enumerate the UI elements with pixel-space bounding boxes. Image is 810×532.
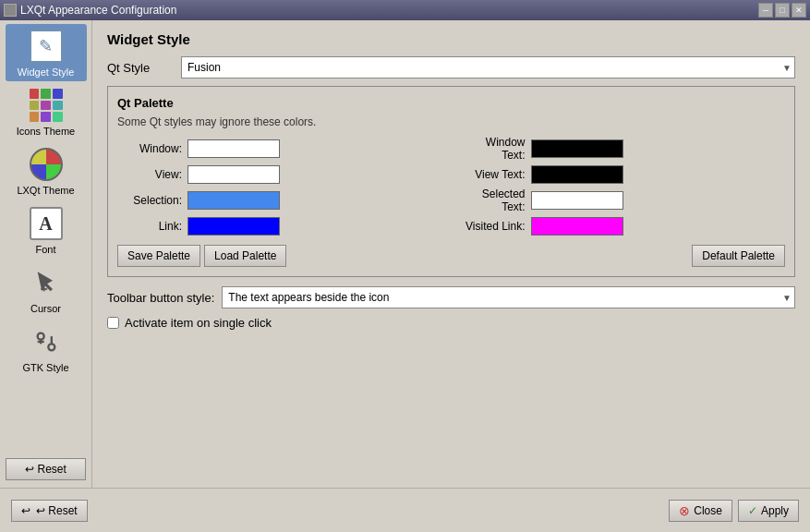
palette-selection-swatch[interactable] bbox=[187, 191, 280, 210]
palette-row-view-text: View Text: bbox=[461, 165, 786, 184]
sidebar-item-icons-theme[interactable]: Icons Theme bbox=[6, 83, 87, 140]
palette-selected-text-label: Selected Text: bbox=[461, 187, 526, 213]
qt-style-select-wrapper[interactable]: Fusion Windows Cleanlooks Plastique ▼ bbox=[181, 56, 795, 79]
reset-button[interactable]: ↩ Reset bbox=[6, 458, 86, 480]
palette-view-label: View: bbox=[117, 168, 182, 181]
title-bar: LXQt Appearance Configuration ─ □ ✕ bbox=[0, 0, 810, 20]
gtk-style-icon bbox=[28, 323, 65, 360]
qt-palette-title: Qt Palette bbox=[117, 96, 785, 110]
qt-style-row: Qt Style Fusion Windows Cleanlooks Plast… bbox=[107, 56, 795, 79]
palette-row-selected-text: Selected Text: bbox=[461, 187, 786, 213]
palette-row-link: Link: bbox=[117, 217, 442, 236]
content-area: Widget Style Icons Theme LXQt Th bbox=[0, 20, 810, 488]
palette-selected-text-swatch[interactable] bbox=[531, 191, 623, 210]
close-icon: ⊗ bbox=[679, 503, 690, 518]
palette-visited-link-label: Visited Link: bbox=[461, 220, 526, 233]
palette-row-visited-link: Visited Link: bbox=[461, 217, 786, 236]
apply-check-icon: ✓ bbox=[748, 504, 757, 517]
title-bar-title: LXQt Appearance Configuration bbox=[20, 4, 176, 17]
palette-buttons: Save Palette Load Palette Default Palett… bbox=[117, 245, 785, 267]
widget-style-icon bbox=[28, 28, 65, 65]
palette-grid: Window: Window Text: View: View Text: bbox=[117, 136, 785, 236]
sidebar-label-widget-style: Widget Style bbox=[18, 66, 75, 78]
palette-buttons-left: Save Palette Load Palette bbox=[117, 245, 286, 267]
close-button[interactable]: ⊗ Close bbox=[669, 500, 732, 522]
activate-single-click-row: Activate item on single click bbox=[107, 316, 795, 330]
qt-style-label: Qt Style bbox=[107, 61, 181, 75]
activate-single-click-checkbox[interactable] bbox=[107, 317, 119, 329]
palette-link-label: Link: bbox=[117, 220, 182, 233]
palette-window-swatch[interactable] bbox=[187, 139, 280, 158]
bottom-bar: ↩ ↩ Reset ⊗ Close ✓ Apply bbox=[0, 488, 810, 532]
apply-button[interactable]: ✓ Apply bbox=[738, 500, 799, 522]
save-palette-button[interactable]: Save Palette bbox=[117, 245, 200, 267]
sidebar-label-font: Font bbox=[35, 244, 55, 255]
svg-point-3 bbox=[48, 344, 54, 350]
sidebar-label-lxqt-theme: LXQt Theme bbox=[17, 185, 74, 196]
sidebar: Widget Style Icons Theme LXQt Th bbox=[0, 20, 92, 488]
sidebar-item-cursor[interactable]: Cursor bbox=[6, 260, 87, 318]
palette-selection-label: Selection: bbox=[117, 194, 182, 207]
qt-style-select[interactable]: Fusion Windows Cleanlooks Plastique bbox=[181, 56, 795, 79]
reset-icon: ↩ bbox=[21, 504, 30, 517]
toolbar-style-select[interactable]: The text appears beside the icon Icons o… bbox=[222, 286, 795, 308]
palette-row-window: Window: bbox=[117, 136, 442, 162]
sidebar-label-icons-theme: Icons Theme bbox=[17, 126, 75, 137]
icons-theme-icon bbox=[28, 87, 65, 124]
font-icon: A bbox=[28, 205, 65, 242]
default-palette-button[interactable]: Default Palette bbox=[692, 245, 785, 267]
title-bar-controls[interactable]: ─ □ ✕ bbox=[758, 3, 806, 18]
apply-label: Apply bbox=[761, 504, 789, 517]
palette-window-text-label: Window Text: bbox=[461, 136, 526, 162]
bottom-reset-label: ↩ Reset bbox=[36, 504, 78, 517]
bottom-reset-button[interactable]: ↩ ↩ Reset bbox=[11, 500, 88, 522]
sidebar-item-font[interactable]: A Font bbox=[6, 201, 87, 259]
main-panel: Widget Style Qt Style Fusion Windows Cle… bbox=[92, 20, 810, 488]
palette-visited-link-swatch[interactable] bbox=[531, 217, 623, 236]
main-window: Widget Style Icons Theme LXQt Th bbox=[0, 20, 810, 532]
palette-view-swatch[interactable] bbox=[187, 165, 280, 184]
bottom-right: ⊗ Close ✓ Apply bbox=[669, 500, 799, 522]
minimize-button[interactable]: ─ bbox=[758, 3, 773, 18]
toolbar-style-label: Toolbar button style: bbox=[107, 291, 214, 305]
page-title: Widget Style bbox=[107, 31, 795, 47]
load-palette-button[interactable]: Load Palette bbox=[204, 245, 286, 267]
palette-window-label: Window: bbox=[117, 142, 182, 155]
title-bar-icon bbox=[4, 4, 17, 17]
close-label: Close bbox=[694, 504, 722, 517]
palette-view-text-label: View Text: bbox=[461, 168, 526, 181]
sidebar-item-gtk-style[interactable]: GTK Style bbox=[6, 320, 87, 377]
sidebar-label-gtk-style: GTK Style bbox=[22, 362, 68, 373]
svg-point-2 bbox=[37, 333, 43, 340]
palette-row-view: View: bbox=[117, 165, 442, 184]
close-window-button[interactable]: ✕ bbox=[792, 3, 806, 18]
palette-note: Some Qt styles may ignore these colors. bbox=[117, 115, 785, 128]
bottom-left: ↩ ↩ Reset bbox=[11, 500, 88, 522]
toolbar-style-select-wrapper[interactable]: The text appears beside the icon Icons o… bbox=[222, 286, 795, 308]
palette-row-window-text: Window Text: bbox=[461, 136, 786, 162]
activate-single-click-label[interactable]: Activate item on single click bbox=[125, 316, 272, 330]
palette-window-text-swatch[interactable] bbox=[531, 139, 623, 158]
sidebar-label-cursor: Cursor bbox=[30, 303, 61, 314]
palette-row-selection: Selection: bbox=[117, 187, 442, 213]
toolbar-style-row: Toolbar button style: The text appears b… bbox=[107, 286, 795, 308]
sidebar-item-widget-style[interactable]: Widget Style bbox=[6, 24, 87, 81]
lxqt-theme-icon bbox=[28, 146, 65, 183]
sidebar-reset-area: ↩ Reset bbox=[0, 453, 91, 484]
cursor-icon bbox=[28, 264, 65, 301]
maximize-button[interactable]: □ bbox=[775, 3, 790, 18]
palette-view-text-swatch[interactable] bbox=[531, 165, 623, 184]
palette-link-swatch[interactable] bbox=[187, 217, 280, 236]
sidebar-item-lxqt-theme[interactable]: LXQt Theme bbox=[6, 142, 87, 200]
qt-palette-box: Qt Palette Some Qt styles may ignore the… bbox=[107, 86, 795, 277]
